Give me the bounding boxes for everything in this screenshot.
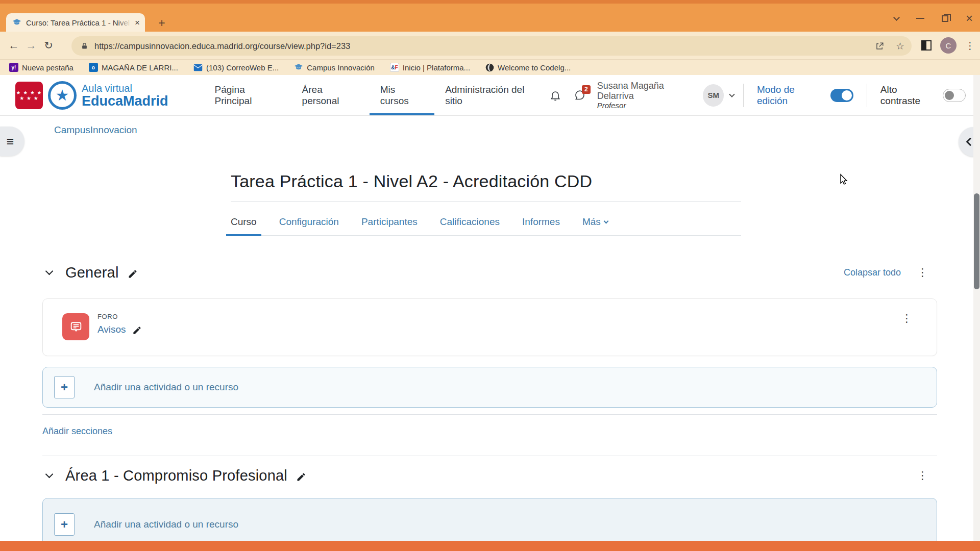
tab-calificaciones[interactable]: Calificaciones: [440, 209, 500, 235]
tab-participantes[interactable]: Participantes: [361, 209, 418, 235]
scrollbar-track[interactable]: [973, 75, 980, 551]
divider: [42, 414, 937, 415]
section-menu-kebab-icon[interactable]: ⋮: [917, 266, 928, 279]
bookmark-label: MAGAÑA DE LARRI...: [102, 63, 178, 72]
user-info[interactable]: Susana Magaña Delarriva Profesor: [597, 81, 697, 110]
bookmark-codelg[interactable]: Welcome to Codelg...: [485, 63, 571, 72]
course-index-toggle[interactable]: ≡: [0, 127, 24, 156]
bookmark-plataforma[interactable]: &F Inicio | Plataforma...: [390, 63, 470, 72]
graduation-cap-favicon: [12, 18, 21, 27]
bookmark-correoweb[interactable]: (103) CorreoWeb E...: [193, 63, 279, 72]
nav-pagina-principal[interactable]: Página Principal: [204, 75, 291, 115]
restore-button[interactable]: [942, 15, 948, 22]
minimize-button[interactable]: [916, 18, 924, 19]
activity-menu-kebab-icon[interactable]: ⋮: [901, 312, 912, 324]
bookmark-magana[interactable]: o MAGAÑA DE LARRI...: [89, 63, 178, 72]
add-activity-label: Añadir una actividad o un recurso: [94, 382, 238, 393]
lock-icon: [81, 42, 88, 50]
bookmark-campus-innovacion[interactable]: Campus Innovación: [294, 63, 375, 72]
forward-button[interactable]: →: [22, 39, 40, 52]
bookmark-label: Nueva pestaña: [22, 63, 74, 72]
collapse-section-chevron-icon[interactable]: [45, 267, 54, 275]
plus-icon[interactable]: +: [54, 513, 75, 536]
browser-profile-avatar[interactable]: C: [940, 37, 957, 54]
nav-mis-cursos[interactable]: Mis cursos: [370, 75, 434, 115]
plus-icon[interactable]: +: [54, 376, 75, 398]
tab-curso[interactable]: Curso: [231, 209, 257, 235]
url-bar[interactable]: https://campusinnovacion.educa.madrid.or…: [71, 36, 912, 56]
tab-mas[interactable]: Más: [582, 209, 608, 235]
share-icon[interactable]: [875, 41, 885, 51]
close-window-button[interactable]: ×: [966, 12, 973, 24]
tab-title: Curso: Tarea Práctica 1 - Nivel A2: [26, 18, 132, 27]
section-menu-kebab-icon[interactable]: ⋮: [917, 469, 928, 482]
educamadrid-logo[interactable]: ★ ★ ★ ★ ★ ★ ★ ★ Aula virtual EducaMadrid: [15, 75, 168, 115]
star-emblem-icon: ★: [48, 81, 77, 110]
breadcrumb[interactable]: CampusInnovacion: [54, 124, 137, 136]
edit-title-pencil-icon[interactable]: [128, 269, 138, 279]
platform-icon: &F: [390, 63, 399, 72]
bookmark-label: Campus Innovación: [307, 63, 375, 72]
list-icon: ≡: [7, 134, 14, 149]
section-area1-header: Área 1 - Compromiso Profesional ⋮: [42, 463, 937, 488]
contrast-label: Alto contraste: [880, 84, 936, 107]
bookmarks-bar: y! Nueva pestaña o MAGAÑA DE LARRI... (1…: [0, 59, 980, 75]
page-title: Tarea Práctica 1 - Nivel A2 - Acreditaci…: [231, 171, 741, 191]
mouse-cursor: [838, 173, 850, 186]
notifications-bell-icon[interactable]: [549, 89, 561, 102]
chevron-down-icon: [603, 218, 608, 223]
collapse-section-chevron-icon[interactable]: [45, 470, 54, 478]
bottom-orange-bar: [0, 541, 980, 551]
bookmark-star-icon[interactable]: ☆: [896, 40, 904, 52]
browser-menu-kebab-icon[interactable]: ⋮: [965, 41, 975, 51]
bookmark-nueva-pestana[interactable]: y! Nueva pestaña: [9, 63, 74, 72]
edit-activity-pencil-icon[interactable]: [132, 325, 142, 335]
new-tab-button[interactable]: +: [154, 15, 169, 31]
messages-icon[interactable]: 2: [573, 89, 586, 102]
edit-mode-label: Modo de edición: [757, 84, 823, 107]
forum-icon: [62, 313, 89, 340]
url-text[interactable]: https://campusinnovacion.educa.madrid.or…: [94, 41, 875, 51]
back-button[interactable]: ←: [5, 39, 22, 52]
add-sections-link[interactable]: Añadir secciones: [42, 426, 112, 437]
reload-button[interactable]: ↻: [40, 39, 57, 52]
outlook-icon: o: [89, 63, 98, 72]
section-title: General: [65, 264, 119, 281]
tab-close-icon[interactable]: ×: [135, 18, 140, 27]
divider: [42, 456, 937, 456]
graduation-cap-icon: [294, 63, 303, 72]
mail-icon: [193, 64, 203, 71]
scrollbar-thumb[interactable]: [974, 193, 979, 289]
platform-amp: &: [391, 65, 395, 70]
tab-mas-label: Más: [582, 216, 601, 228]
browser-titlebar: Curso: Tarea Práctica 1 - Nivel A2 × + ×: [0, 0, 980, 32]
bookmark-label: (103) CorreoWeb E...: [206, 63, 279, 72]
user-role: Profesor: [597, 101, 697, 110]
logo-line2: EducaMadrid: [82, 94, 168, 108]
side-panel-icon[interactable]: [921, 40, 932, 51]
avatar[interactable]: SM: [703, 84, 724, 107]
main-nav: Página Principal Área personal Mis curso…: [204, 75, 549, 115]
tab-informes[interactable]: Informes: [522, 209, 560, 235]
edit-title-pencil-icon[interactable]: [296, 472, 306, 482]
edit-mode-toggle[interactable]: [830, 89, 853, 102]
tab-search-chevron-icon[interactable]: [893, 14, 900, 21]
globe-icon: [485, 63, 494, 72]
tab-configuracion[interactable]: Configuración: [279, 209, 339, 235]
divider: [231, 201, 741, 202]
section-general-header: General Colapsar todo ⋮: [42, 261, 937, 284]
collapse-all-link[interactable]: Colapsar todo: [844, 267, 901, 278]
browser-tab[interactable]: Curso: Tarea Práctica 1 - Nivel A2 ×: [6, 13, 145, 32]
activity-link-avisos[interactable]: Avisos: [97, 324, 126, 335]
bookmark-label: Inicio | Plataforma...: [403, 63, 470, 72]
contrast-toggle[interactable]: [943, 89, 966, 102]
flag-stars: ★ ★ ★ ★: [16, 90, 42, 95]
flag-stars: ★ ★ ★: [19, 95, 38, 101]
user-menu-chevron-icon[interactable]: [729, 91, 735, 97]
add-activity-button-general[interactable]: + Añadir una actividad o un recurso: [42, 367, 937, 408]
nav-area-personal[interactable]: Área personal: [291, 75, 370, 115]
site-header: ★ ★ ★ ★ ★ ★ ★ ★ Aula virtual EducaMadrid…: [0, 75, 980, 116]
platform-f: F: [395, 65, 398, 70]
activity-type-label: FORO: [97, 313, 142, 320]
nav-administracion[interactable]: Administración del sitio: [434, 75, 549, 115]
